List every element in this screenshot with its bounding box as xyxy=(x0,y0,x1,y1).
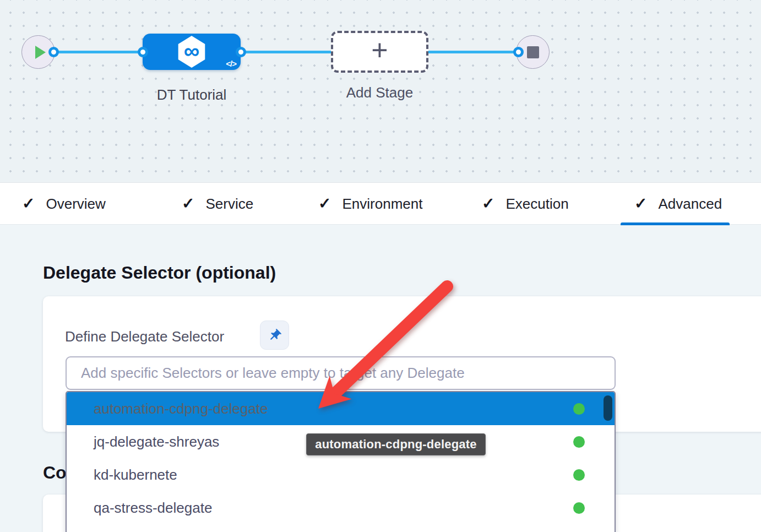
delegate-selector-input[interactable] xyxy=(66,356,616,390)
dropdown-option[interactable]: qa-stress-delegate xyxy=(67,491,615,524)
play-icon xyxy=(35,46,46,59)
dropdown-option[interactable]: automation-cdpng-delegate xyxy=(67,392,615,425)
pin-icon xyxy=(264,325,285,345)
tab-advanced[interactable]: ✓ Advanced xyxy=(634,183,722,225)
tab-overview[interactable]: ✓ Overview xyxy=(22,183,106,225)
tab-label: Service xyxy=(205,196,253,213)
stage-config-tabs: ✓ Overview ✓ Service ✓ Environment ✓ Exe… xyxy=(0,182,761,225)
connector-port xyxy=(236,47,246,57)
pipeline-studio-page: ∞ </> + DT Tutorial Add Stage ✓ Overview… xyxy=(0,0,761,532)
add-stage-label: Add Stage xyxy=(331,84,428,101)
tab-label: Overview xyxy=(46,196,105,213)
check-icon: ✓ xyxy=(22,196,35,211)
add-stage-button[interactable]: + xyxy=(331,31,428,73)
option-label: jq-delegate-shreyas xyxy=(94,433,219,450)
infinity-glyph: ∞ xyxy=(184,40,200,62)
connector-line xyxy=(55,51,145,53)
tab-service[interactable]: ✓ Service xyxy=(182,183,253,225)
define-delegate-selector-label: Define Delegate Selector xyxy=(65,328,224,345)
tab-execution[interactable]: ✓ Execution xyxy=(482,183,569,225)
option-label: kd-kubernete xyxy=(94,466,177,484)
delegate-selector-heading: Delegate Selector (optional) xyxy=(43,263,276,283)
check-icon: ✓ xyxy=(182,196,194,211)
status-dot xyxy=(573,436,585,448)
status-dot xyxy=(573,502,585,514)
stop-icon xyxy=(527,46,539,58)
status-dot xyxy=(573,403,585,415)
code-icon: </> xyxy=(226,59,236,68)
stage-node-dt-tutorial[interactable]: ∞ </> xyxy=(143,34,241,70)
harness-logo-icon: ∞ xyxy=(177,36,206,68)
status-dot xyxy=(573,469,585,481)
connector-line xyxy=(239,51,334,53)
next-section-heading-partial: Co xyxy=(43,463,67,483)
check-icon: ✓ xyxy=(634,196,647,211)
pipeline-canvas[interactable]: ∞ </> + DT Tutorial Add Stage xyxy=(0,0,761,182)
connector-port xyxy=(48,47,59,57)
delegate-dropdown: automation-cdpng-delegate jq-delegate-sh… xyxy=(66,391,616,532)
connector-line xyxy=(426,51,517,53)
check-icon: ✓ xyxy=(482,196,494,211)
tab-label: Advanced xyxy=(658,196,722,213)
delegate-tooltip: automation-cdpng-delegate xyxy=(306,433,486,455)
dropdown-option[interactable]: kd-kubernete xyxy=(67,458,615,491)
dropdown-scrollbar[interactable] xyxy=(604,395,612,421)
stage-label: DT Tutorial xyxy=(143,86,241,104)
option-label: qa-stress-delegate xyxy=(94,500,212,517)
pin-button[interactable] xyxy=(260,321,289,350)
plus-icon: + xyxy=(371,36,388,64)
connector-port xyxy=(513,47,524,57)
option-label: automation-cdpng-delegate xyxy=(94,400,268,417)
tab-environment[interactable]: ✓ Environment xyxy=(318,183,422,225)
tab-label: Execution xyxy=(505,196,568,213)
check-icon: ✓ xyxy=(318,196,331,211)
tab-label: Environment xyxy=(342,196,422,213)
connector-port xyxy=(138,47,148,57)
